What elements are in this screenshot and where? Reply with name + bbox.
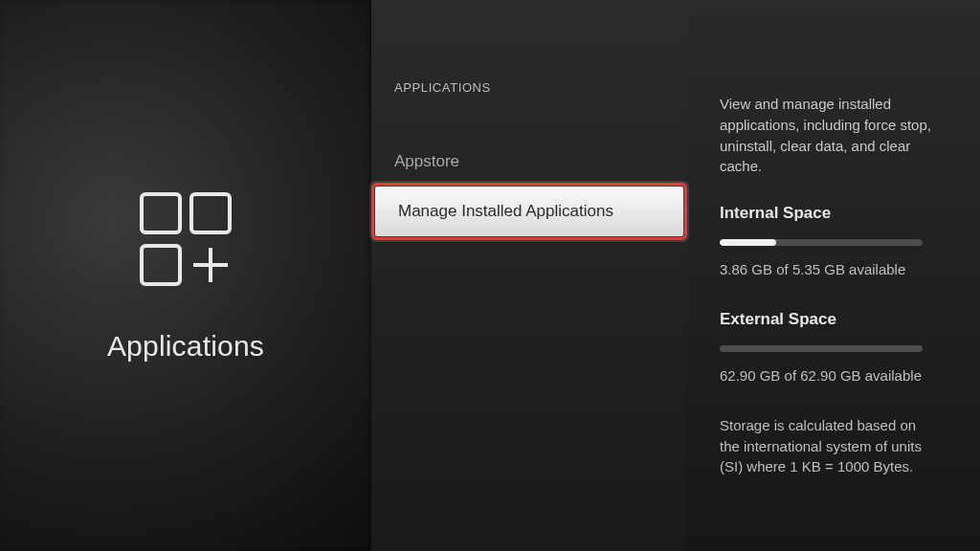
svg-rect-0 bbox=[142, 194, 180, 232]
menu-header: APPLICATIONS bbox=[371, 80, 687, 137]
menu-list: Appstore Manage Installed Applications bbox=[371, 137, 687, 236]
internal-space-text: 3.86 GB of 5.35 GB available bbox=[720, 259, 947, 280]
applications-settings-screen: Applications APPLICATIONS Appstore Manag… bbox=[0, 0, 980, 551]
internal-space-bar bbox=[720, 239, 923, 246]
menu-panel: APPLICATIONS Appstore Manage Installed A… bbox=[371, 0, 687, 551]
left-panel-title: Applications bbox=[107, 330, 264, 363]
detail-panel: View and manage installed applications, … bbox=[687, 0, 980, 551]
menu-item-appstore[interactable]: Appstore bbox=[371, 137, 687, 187]
svg-rect-2 bbox=[142, 246, 180, 284]
external-space-text: 62.90 GB of 62.90 GB available bbox=[720, 365, 947, 386]
applications-icon bbox=[128, 188, 243, 303]
internal-space-bar-fill bbox=[720, 239, 776, 246]
detail-description: View and manage installed applications, … bbox=[720, 94, 940, 177]
storage-note: Storage is calculated based on the inter… bbox=[720, 415, 940, 477]
menu-item-manage-installed-applications[interactable]: Manage Installed Applications bbox=[375, 187, 683, 236]
left-panel: Applications bbox=[0, 0, 371, 551]
external-space-bar bbox=[720, 345, 923, 352]
external-space-title: External Space bbox=[720, 308, 947, 332]
svg-rect-1 bbox=[191, 194, 230, 232]
internal-space-title: Internal Space bbox=[720, 202, 947, 226]
